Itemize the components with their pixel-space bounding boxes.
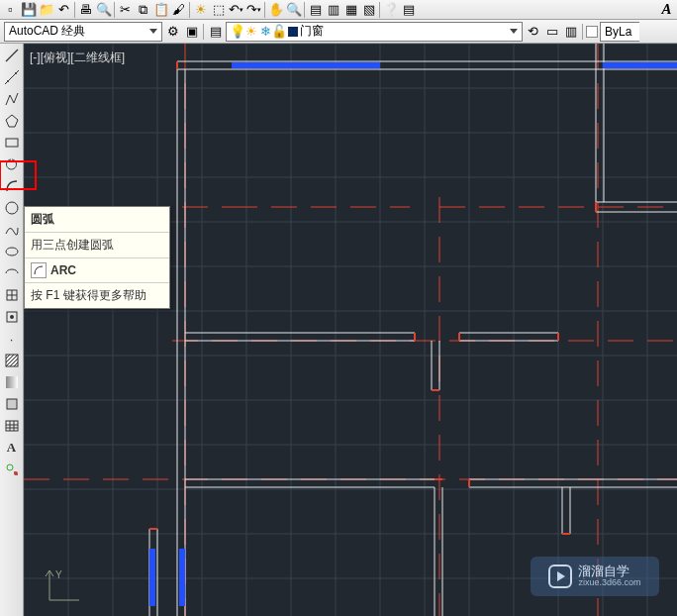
svg-point-3 <box>15 72 17 74</box>
ucs-icon: Y <box>44 566 83 606</box>
tooltip-f1: 按 F1 键获得更多帮助 <box>25 283 169 308</box>
layer-extra2-icon[interactable]: ▭ <box>543 24 560 40</box>
ws-gear-icon[interactable]: ⚙ <box>164 24 181 40</box>
svg-line-14 <box>6 355 10 359</box>
svg-rect-19 <box>6 376 18 388</box>
arc-icon <box>31 262 47 278</box>
bylayer-combo-value: ByLa <box>605 25 631 39</box>
addselected-tool[interactable] <box>2 460 22 479</box>
hatch-tool[interactable] <box>2 351 22 370</box>
ellipse-tool[interactable] <box>2 242 22 261</box>
polyline-tool[interactable] <box>2 89 22 109</box>
new-icon[interactable]: ▫ <box>2 2 19 18</box>
block-swatch-icon <box>586 26 598 38</box>
save-icon[interactable]: 💾 <box>20 2 37 18</box>
layer-manager-icon[interactable]: ▤ <box>207 24 224 40</box>
workspace-layer-toolbar: AutoCAD 经典 ⚙ ▣ ▤ 💡 ☀ ❄ 🔓 门窗 ⟲ ▭ ▥ ByLa <box>0 20 677 44</box>
draw-toolbar: · A <box>0 44 24 616</box>
cut-icon[interactable]: ✂ <box>117 2 134 18</box>
make-block-tool[interactable] <box>2 307 22 327</box>
polygon-tool[interactable] <box>2 111 22 131</box>
help2-icon[interactable]: ▤ <box>400 2 417 18</box>
layer-extra3-icon[interactable]: ▥ <box>562 24 579 40</box>
svg-rect-5 <box>6 139 18 147</box>
match-icon[interactable]: 🖌 <box>170 2 187 18</box>
workspace-combo[interactable]: AutoCAD 经典 <box>4 22 162 42</box>
lock-icon: 🔓 <box>272 24 286 40</box>
open-icon[interactable]: 📁 <box>38 2 54 18</box>
svg-point-7 <box>6 248 18 256</box>
pan-icon[interactable]: ✋ <box>267 2 284 18</box>
tooltip-desc: 用三点创建圆弧 <box>25 233 169 258</box>
red-centerlines <box>24 44 677 616</box>
spiral-tool[interactable] <box>2 154 22 174</box>
block-icon[interactable]: ▧ <box>360 2 377 18</box>
grid <box>24 44 677 616</box>
drawing-canvas[interactable]: [-][俯视][二维线框] Y 溜溜自学 zixue.3d66.com <box>24 44 677 616</box>
layer-combo-value: 门窗 <box>300 23 324 40</box>
layer-combo[interactable]: 💡 ☀ ❄ 🔓 门窗 <box>226 22 523 42</box>
canvas-svg <box>24 44 677 616</box>
paint-icon[interactable]: ☀ <box>192 2 209 18</box>
help-icon[interactable]: ❔ <box>382 2 399 18</box>
tooltip-title: 圆弧 <box>25 207 169 233</box>
arc-tool[interactable] <box>2 176 22 196</box>
viewport-label[interactable]: [-][俯视][二维线框] <box>30 50 125 66</box>
copy-icon[interactable]: ⧉ <box>135 2 151 18</box>
svg-point-12 <box>10 315 14 319</box>
point-tool[interactable]: · <box>2 329 22 349</box>
plot-icon[interactable]: 🖶 <box>77 2 94 18</box>
circle-tool[interactable] <box>2 198 22 218</box>
tooltip-command: ARC <box>50 263 76 277</box>
line-tool[interactable] <box>2 46 22 65</box>
svg-rect-20 <box>7 399 17 409</box>
svg-point-26 <box>7 464 13 470</box>
sheet-icon[interactable]: ▥ <box>325 2 341 18</box>
spline-tool[interactable] <box>2 220 22 240</box>
redo-icon[interactable]: ↷▾ <box>245 2 262 18</box>
zoom-icon[interactable]: 🔍 <box>285 2 302 18</box>
preview-icon[interactable]: 🔍 <box>95 2 112 18</box>
undo-icon[interactable]: ↶ <box>55 2 72 18</box>
region-tool[interactable] <box>2 394 22 414</box>
chevron-down-icon <box>149 29 157 34</box>
svg-text:Y: Y <box>55 569 62 580</box>
ellipse-arc-tool[interactable] <box>2 263 22 283</box>
ws-box-icon[interactable]: ▣ <box>183 24 200 40</box>
color-swatch-icon <box>288 27 298 37</box>
standard-toolbar: ▫ 💾 📁 ↶ 🖶 🔍 ✂ ⧉ 📋 🖌 ☀ ⬚ ↶▾ ↷▾ ✋ 🔍 ▤ ▥ ▦ … <box>0 0 677 20</box>
svg-point-2 <box>7 80 9 82</box>
svg-point-28 <box>14 471 18 475</box>
play-icon <box>548 565 572 588</box>
svg-line-18 <box>14 362 18 366</box>
rectangle-tool[interactable] <box>2 133 22 153</box>
bylayer-combo[interactable]: ByLa <box>600 22 639 42</box>
watermark-title: 溜溜自学 <box>578 565 640 578</box>
svg-rect-21 <box>6 421 18 431</box>
insert-block-tool[interactable] <box>2 285 22 305</box>
chevron-down-icon <box>510 29 518 34</box>
watermark: 溜溜自学 zixue.3d66.com <box>531 557 659 596</box>
svg-line-15 <box>6 355 14 362</box>
arc-tooltip: 圆弧 用三点创建圆弧 ARC 按 F1 键获得更多帮助 <box>24 206 170 309</box>
svg-line-17 <box>10 359 18 366</box>
bulb-icon: 💡 <box>231 24 244 40</box>
svg-line-1 <box>5 70 19 84</box>
svg-marker-4 <box>6 115 18 127</box>
table-icon[interactable]: ▦ <box>342 2 359 18</box>
mtext-tool[interactable]: A <box>2 438 22 458</box>
watermark-sub: zixue.3d66.com <box>578 578 640 588</box>
layer-extra1-icon[interactable]: ⟲ <box>525 24 541 40</box>
svg-point-6 <box>6 202 18 214</box>
undo2-icon[interactable]: ↶▾ <box>228 2 244 18</box>
sun-icon: ☀ <box>244 24 258 40</box>
xline-tool[interactable] <box>2 67 22 87</box>
freeze-icon: ❄ <box>258 24 272 40</box>
workspace-combo-value: AutoCAD 经典 <box>9 23 85 40</box>
textstyle-icon[interactable]: A <box>658 2 675 18</box>
props-icon[interactable]: ▤ <box>307 2 324 18</box>
table-tool[interactable] <box>2 416 22 436</box>
gradient-tool[interactable] <box>2 372 22 392</box>
clip-icon[interactable]: ⬚ <box>210 2 227 18</box>
paste-icon[interactable]: 📋 <box>152 2 169 18</box>
